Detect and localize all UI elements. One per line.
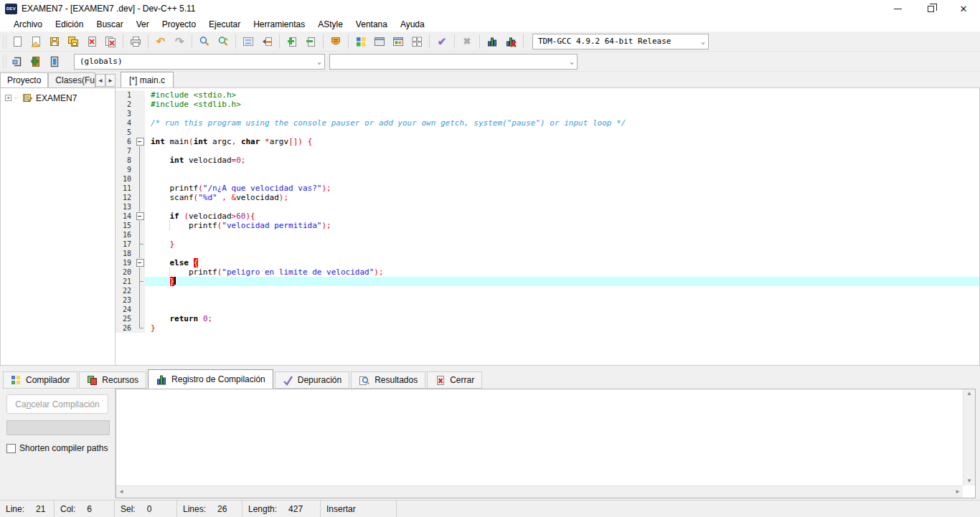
tab-proyecto[interactable]: Proyecto [0,72,48,87]
compiler-select[interactable]: TDM-GCC 4.9.2 64-bit Release ⌄ [532,34,709,49]
code-line-7[interactable]: 7 [116,146,979,156]
report-tab-compilador[interactable]: Compilador [3,371,77,389]
output-vertical-scrollbar[interactable]: ▲ ▼ [963,389,975,485]
back-button[interactable] [8,53,27,70]
replace-button[interactable] [214,33,232,50]
syntax-check-button[interactable]: ✔ [433,33,451,50]
code-line-13[interactable]: 13 [116,202,979,212]
project-options-button[interactable] [326,33,345,50]
code-line-22[interactable]: 22 [116,286,979,295]
cancel-compilation-button[interactable]: Cancelar Compilación [6,394,108,414]
code-line-19[interactable]: 19 else { [116,258,979,267]
scroll-up-icon[interactable]: ▲ [966,391,972,397]
profile-button[interactable] [483,33,501,50]
code-line-11[interactable]: 11 printf("/n¿A que velocidad vas?"); [116,184,979,193]
menu-item-ver[interactable]: Ver [130,18,156,31]
print-button[interactable] [126,33,145,50]
code-line-5[interactable]: 5 [116,128,979,137]
project-tree-item[interactable]: + EXAMEN7 [5,93,115,103]
members-select[interactable]: ⌄ [329,54,578,70]
menu-item-edicion[interactable]: Edición [49,18,90,31]
code-line-14[interactable]: 14 if (velocidad>60){ [116,212,979,221]
code-line-10[interactable]: 10 [116,174,979,184]
save-all-button[interactable] [64,33,83,50]
shorten-paths-checkbox[interactable] [6,444,16,453]
menu-item-ayuda[interactable]: Ayuda [394,18,431,31]
redo-button[interactable]: ↷ [170,33,189,50]
code-text: int velocidad=0; [145,156,979,165]
shorten-paths-option[interactable]: Shorten compiler paths [6,443,108,453]
menu-item-buscar[interactable]: Buscar [90,18,129,31]
code-line-3[interactable]: 3 [116,109,979,118]
code-line-26[interactable]: 26} [116,323,979,333]
report-tab-recursos[interactable]: Recursos [79,371,146,389]
menu-item-ventana[interactable]: Ventana [349,18,394,31]
code-line-17[interactable]: 17 } [116,239,979,249]
code-editor[interactable]: 1#include <stdio.h>2#include <stdlib.h>3… [116,87,980,366]
globals-select[interactable]: (globals) ⌄ [74,54,325,70]
code-line-18[interactable]: 18 [116,249,979,258]
code-line-24[interactable]: 24 [116,305,979,314]
toggle-bookmark-button[interactable] [45,53,64,70]
code-line-25[interactable]: 25 return 0; [116,314,979,323]
save-button[interactable] [45,33,64,50]
menu-item-ejecutar[interactable]: Ejecutar [202,18,247,31]
scroll-left-icon[interactable]: ◄ [118,489,124,495]
compile-run-button[interactable] [389,33,407,50]
run-button[interactable] [370,33,389,50]
code-line-15[interactable]: 15 printf("velocidad permitida"); [116,221,979,230]
report-tab-registro-de-compilacion[interactable]: Registro de Compilación [148,369,273,389]
shorten-paths-label: Shorten compiler paths [19,443,108,453]
report-tab-resultados[interactable]: Resultados [351,371,425,389]
scroll-right-icon[interactable]: ► [955,489,961,495]
code-line-2[interactable]: 2#include <stdlib.h> [116,100,979,109]
close-file-button[interactable] [83,33,101,50]
close-all-button[interactable] [101,33,120,50]
output-horizontal-scrollbar[interactable]: ◄ ► [116,485,963,498]
scroll-down-icon[interactable]: ▼ [966,478,972,484]
add-to-project-button[interactable] [283,33,301,50]
undo-button[interactable]: ↶ [151,33,170,50]
goto-line-button[interactable] [239,33,258,50]
new-file-button[interactable] [8,33,27,50]
compile-log-output[interactable]: ▲ ▼ ◄ ► [116,389,976,498]
code-line-4[interactable]: 4/* run this program using the console p… [116,118,979,128]
menu-item-proyecto[interactable]: Proyecto [156,18,202,31]
fold-toggle-icon[interactable] [135,212,145,221]
tab-clases[interactable]: Clases(Fun [48,72,95,87]
report-tab-depuracion[interactable]: Depuración [275,371,349,389]
fold-toggle-icon[interactable] [135,258,145,267]
code-line-12[interactable]: 12 scanf("%d" , &velocidad); [116,193,979,202]
code-line-9[interactable]: 9 [116,165,979,174]
minimize-button[interactable] [881,0,914,17]
code-line-16[interactable]: 16 [116,230,979,239]
restore-button[interactable] [914,0,947,17]
find-button[interactable] [195,33,214,50]
editor-tab-main-c[interactable]: [*] main.c [121,72,174,87]
fold-line [135,174,145,184]
menu-item-herramientas[interactable]: Herramientas [247,18,311,31]
tab-scroll-left-button[interactable]: ◄ [95,74,105,87]
fold-toggle-icon[interactable] [135,137,145,146]
abort-compilation-button[interactable]: ✖ [458,33,476,50]
undo-icon: ↶ [156,36,166,47]
code-line-23[interactable]: 23 [116,295,979,305]
code-line-1[interactable]: 1#include <stdio.h> [116,90,979,100]
open-file-button[interactable] [27,33,45,50]
expand-icon[interactable]: + [5,95,11,101]
menu-item-astyle[interactable]: AStyle [311,18,349,31]
close-button[interactable]: ✕ [947,0,980,17]
code-line-21[interactable]: 21 } [116,277,979,286]
new-source-button[interactable] [27,53,45,70]
rebuild-all-button[interactable] [407,33,426,50]
code-line-8[interactable]: 8 int velocidad=0; [116,156,979,165]
swap-header-source-button[interactable] [258,33,276,50]
menu-item-archivo[interactable]: Archivo [7,18,49,31]
code-line-6[interactable]: 6int main(int argc, char *argv[]) { [116,137,979,146]
code-line-20[interactable]: 20 printf("peligro en limite de velocida… [116,267,979,277]
remove-from-project-button[interactable] [301,33,320,50]
tab-scroll-right-button[interactable]: ► [105,74,116,87]
compile-button[interactable] [352,33,370,50]
report-tab-cerrar[interactable]: Cerrar [427,371,482,389]
delete-profile-button[interactable] [501,33,520,50]
